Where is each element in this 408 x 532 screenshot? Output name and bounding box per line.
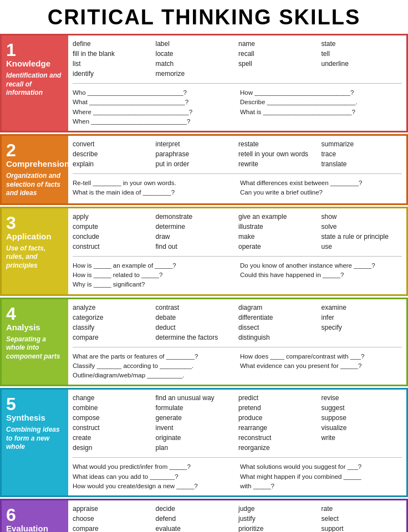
keyword-item: illustrate [238,222,319,232]
keywords-grid-s3: applycomputeconcludeconstructdemonstrate… [73,212,402,252]
keyword-item: select [322,514,402,524]
keyword-item: memorize [156,69,237,79]
questions-left: Who ___________________________?What ___… [73,88,234,126]
keyword-item: construct [73,423,154,433]
section-left-s1: 1KnowledgeIdentification and recall of i… [2,35,68,131]
keyword-item: rewrite [238,159,319,169]
keyword-item: fill in the blank [73,49,154,59]
keyword-item: revise [322,393,402,403]
keyword-item: diagram [238,303,319,313]
keyword-item: generate [156,413,237,423]
questions-left: What would you predict/infer from _____?… [73,462,234,491]
section-s6: 6EvaluationDeveloping opinions, judgemen… [0,499,408,532]
keyword-item: originate [156,433,237,443]
keyword-item: pretend [238,403,319,413]
keyword-item: infer [322,313,402,323]
keyword-item: write [322,433,402,443]
keyword-item: underline [322,59,402,69]
keyword-item: dissect [238,323,319,332]
keyword-item: find an unusual way [156,393,237,403]
question-item: What is _________________________? [240,108,402,117]
keyword-item: rate [322,504,402,514]
section-s2: 2ComprehensionOrganization and selection… [0,134,408,205]
keyword-item: use [322,242,402,252]
keyword-item: suggest [322,403,402,413]
section-left-s2: 2ComprehensionOrganization and selection… [2,136,68,203]
keyword-item: match [156,59,237,69]
questions-left: What are the parts or features of ______… [73,352,234,381]
keyword-item: name [238,39,319,49]
questions-left: Re-tell ________ in your own words.What … [73,178,234,198]
questions-area-s1: Who ___________________________?What ___… [73,88,402,126]
keyword-item: state [322,39,402,49]
keyword-item: debate [156,313,237,323]
keyword-item: design [73,443,154,453]
section-right-s4: analyzecategorizeclassifycomparecontrast… [68,299,406,385]
keyword-item: determine the factors [156,332,237,342]
keyword-item: label [156,39,237,49]
keyword-item: compose [73,413,154,423]
question-item: Who ___________________________? [73,88,234,98]
questions-left: How is _____ an example of _____?How is … [73,261,234,290]
question-item: Do you know of another instance where __… [240,261,402,270]
keyword-item: visualize [322,423,402,433]
keyword-item: reconstruct [238,433,319,443]
page-title: CRITICAL THINKING SKILLS [0,0,408,34]
keywords-grid-s6: appraisechoosecompareconcludedecidedefen… [73,504,402,532]
keyword-item: analyze [73,303,154,313]
section-left-s3: 3ApplicationUse of facts, rules, and pri… [2,208,68,294]
question-item: Where ___________________________? [73,108,234,117]
section-number-s5: 5 [6,395,16,413]
keyword-item: show [322,212,402,222]
questions-area-s4: What are the parts or features of ______… [73,352,402,381]
keyword-item: locate [156,49,237,59]
section-number-s3: 3 [6,214,16,232]
keyword-item: conclude [73,232,154,242]
keyword-item: translate [322,159,402,169]
question-item: What are the parts or features of ______… [73,352,234,361]
questions-right: How does ____ compare/contrast with ___?… [240,352,402,381]
section-divider [73,457,402,458]
question-item: How does ____ compare/contrast with ___? [240,352,402,361]
keyword-item: make [238,232,319,242]
keyword-item: create [73,433,154,443]
keyword-item: support [322,524,402,532]
keyword-item: define [73,39,154,49]
section-s3: 3ApplicationUse of facts, rules, and pri… [0,207,408,296]
question-item: Classify _______ according to _________. [73,361,234,371]
question-item: What solutions would you suggest for ___… [240,462,402,472]
keyword-item: restate [238,139,319,149]
keyword-item: construct [73,242,154,252]
keyword-item: contrast [156,303,237,313]
questions-area-s2: Re-tell ________ in your own words.What … [73,178,402,198]
keyword-item: interpret [156,139,237,149]
section-number-s1: 1 [6,41,16,59]
keyword-item: distinguish [238,332,319,342]
section-divider [73,347,402,347]
section-number-s2: 2 [6,141,16,159]
keyword-item: categorize [73,313,154,323]
section-name-s4: Analysis [6,323,40,332]
section-number-s4: 4 [6,305,16,323]
keyword-item: retell in your own words [238,149,319,159]
keyword-item: deduct [156,323,237,332]
keyword-item: operate [238,242,319,252]
keywords-grid-s4: analyzecategorizeclassifycomparecontrast… [73,303,402,342]
section-s5: 5SynthesisCombining ideas to form a new … [0,388,408,497]
keyword-item: trace [322,149,402,159]
keyword-item: put in order [156,159,237,169]
keyword-item: state a rule or principle [322,232,402,242]
keyword-item: demonstrate [156,212,237,222]
keyword-item: defend [156,514,237,524]
section-s4: 4AnalysisSeparating a whole into compone… [0,298,408,387]
question-item: Why is _____ significant? [73,280,234,289]
keyword-item: summarize [322,139,402,149]
keyword-item: draw [156,232,237,242]
question-item: How ___________________________? [240,88,402,98]
question-item: What would you predict/infer from _____? [73,462,234,472]
keyword-item: compare [73,332,154,342]
keywords-grid-s5: changecombinecomposeconstructcreatedesig… [73,393,402,453]
keyword-item: paraphrase [156,149,237,159]
keyword-item: plan [156,443,237,453]
keyword-item: decide [156,504,237,514]
